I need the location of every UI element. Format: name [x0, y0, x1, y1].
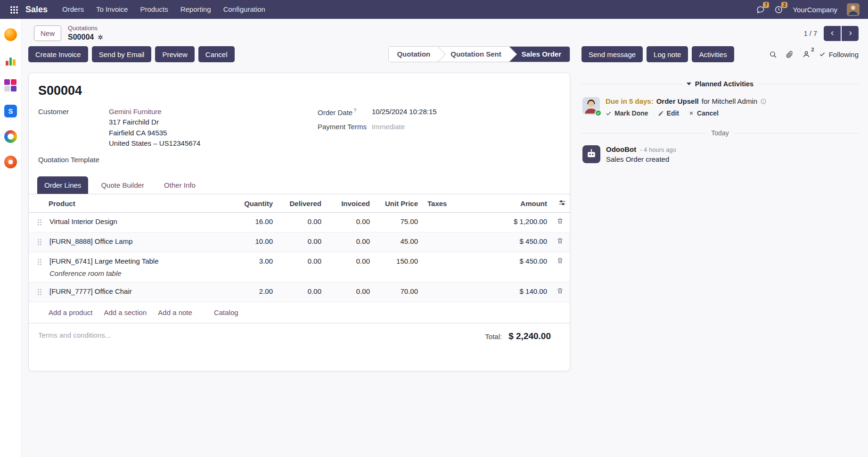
drag-handle[interactable] [37, 239, 42, 246]
delete-line-button[interactable] [557, 217, 564, 224]
menu-orders[interactable]: Orders [56, 0, 90, 19]
trash-icon [557, 257, 564, 264]
log-note-button[interactable]: Log note [647, 46, 688, 62]
send-message-button[interactable]: Send message [581, 46, 643, 62]
unit-price-cell[interactable]: 75.00 [373, 212, 421, 232]
record-settings-gear-icon[interactable] [97, 34, 104, 41]
analytics-app-icon[interactable] [4, 54, 17, 66]
tab-quote-builder[interactable]: Quote Builder [94, 176, 151, 194]
taxes-cell[interactable] [421, 252, 492, 282]
cancel-order-button[interactable]: Cancel [198, 46, 235, 62]
quantity-cell[interactable]: 2.00 [229, 282, 276, 302]
apps-menu-button[interactable] [7, 0, 21, 19]
company-menu[interactable]: YourCompany [793, 6, 837, 14]
invoiced-cell[interactable]: 0.00 [324, 282, 373, 302]
menu-products[interactable]: Products [134, 0, 174, 19]
taxes-cell[interactable] [421, 282, 492, 302]
quantity-cell[interactable]: 3.00 [229, 252, 276, 282]
column-header-delivered[interactable]: Delivered [276, 194, 324, 213]
trash-icon [557, 217, 564, 224]
breadcrumb-quotations-link[interactable]: Quotations [68, 25, 104, 32]
product-cell[interactable]: [FURN_8888] Office Lamp [49, 237, 132, 245]
unit-price-cell[interactable]: 70.00 [373, 282, 421, 302]
status-step-quotation-sent[interactable]: Quotation Sent [438, 47, 509, 62]
unit-price-cell[interactable]: 45.00 [373, 232, 421, 252]
send-by-email-button[interactable]: Send by Email [92, 46, 152, 62]
menu-to-invoice[interactable]: To Invoice [90, 0, 134, 19]
invoiced-cell[interactable]: 0.00 [324, 232, 373, 252]
product-cell[interactable]: [FURN_6741] Large Meeting Table [49, 257, 159, 265]
column-header-amount[interactable]: Amount [492, 194, 550, 213]
user-avatar[interactable] [847, 3, 860, 16]
media-player-app-icon[interactable] [4, 156, 17, 168]
mark-done-button[interactable]: Mark Done [606, 109, 648, 117]
column-header-invoiced[interactable]: Invoiced [324, 194, 373, 213]
color-wheel-app-icon[interactable] [4, 130, 17, 143]
tab-other-info[interactable]: Other Info [157, 176, 203, 194]
drag-handle[interactable] [37, 258, 42, 266]
planned-activities-header[interactable]: Planned Activities [581, 80, 859, 88]
taxes-cell[interactable] [421, 232, 492, 252]
pager-previous-button[interactable] [824, 26, 841, 41]
status-step-quotation[interactable]: Quotation [389, 47, 438, 62]
delivered-cell[interactable]: 0.00 [276, 212, 324, 232]
message-author[interactable]: OdooBot [606, 145, 636, 153]
catalog-link[interactable]: Catalog [214, 308, 238, 316]
order-line-row: [FURN_7777] Office Chair 2.00 0.00 0.00 … [29, 282, 570, 302]
new-button[interactable]: New [34, 25, 61, 41]
column-header-unit-price[interactable]: Unit Price [373, 194, 421, 213]
order-lines-table: Product Quantity Delivered Invoiced Unit… [29, 194, 570, 302]
pager-next-button[interactable] [842, 26, 859, 41]
invoiced-cell[interactable]: 0.00 [324, 212, 373, 232]
delete-line-button[interactable] [557, 287, 564, 294]
product-note[interactable]: Conference room table [49, 269, 226, 277]
column-header-quantity[interactable]: Quantity [229, 194, 276, 213]
quantity-cell[interactable]: 10.00 [229, 232, 276, 252]
followers-button[interactable]: 2 [802, 50, 811, 58]
delivered-cell[interactable]: 0.00 [276, 282, 324, 302]
unit-price-cell[interactable]: 150.00 [373, 252, 421, 282]
column-header-product[interactable]: Product [47, 194, 229, 213]
taxes-cell[interactable] [421, 212, 492, 232]
following-toggle-button[interactable]: Following [819, 50, 859, 58]
terms-and-conditions-input[interactable]: Terms and conditions... [38, 331, 111, 339]
delivered-cell[interactable]: 0.00 [276, 252, 324, 282]
customer-value-link[interactable]: Gemini Furniture [109, 108, 162, 116]
attachments-button[interactable] [786, 50, 794, 58]
product-cell[interactable]: [FURN_7777] Office Chair [49, 287, 132, 295]
drag-handle[interactable] [37, 289, 42, 296]
drag-handle[interactable] [37, 219, 42, 226]
invoiced-cell[interactable]: 0.00 [324, 252, 373, 282]
messages-button[interactable]: 7 [756, 0, 765, 19]
quantity-cell[interactable]: 16.00 [229, 212, 276, 232]
optional-columns-button[interactable] [558, 199, 566, 207]
payment-terms-field[interactable]: Immediate [372, 123, 405, 131]
menu-configuration[interactable]: Configuration [217, 0, 271, 19]
delivered-cell[interactable]: 0.00 [276, 232, 324, 252]
create-invoice-button[interactable]: Create Invoice [28, 46, 88, 62]
list-footer-links: Add a product Add a section Add a note C… [29, 302, 570, 324]
add-a-note-link[interactable]: Add a note [158, 308, 192, 316]
add-a-section-link[interactable]: Add a section [104, 308, 147, 316]
chevron-left-icon [829, 30, 835, 36]
product-cell[interactable]: Virtual Interior Design [49, 217, 117, 225]
gallery-app-icon[interactable] [4, 79, 17, 92]
cancel-activity-button[interactable]: Cancel [688, 109, 719, 117]
status-step-sales-order[interactable]: Sales Order [509, 47, 570, 62]
order-date-field[interactable]: 10/25/2024 10:28:15 [372, 108, 437, 116]
column-header-taxes[interactable]: Taxes [421, 194, 492, 213]
activities-schedule-button[interactable]: Activities [692, 46, 734, 62]
app-brand-sales[interactable]: Sales [25, 5, 48, 15]
menu-reporting[interactable]: Reporting [174, 0, 217, 19]
preview-button[interactable]: Preview [155, 46, 194, 62]
info-icon[interactable] [760, 98, 767, 105]
search-message-button[interactable] [769, 50, 777, 58]
edit-activity-button[interactable]: Edit [658, 109, 679, 117]
blue-app-icon[interactable]: S [4, 105, 17, 117]
delete-line-button[interactable] [557, 237, 564, 244]
tab-order-lines[interactable]: Order Lines [37, 176, 88, 194]
browser-app-icon[interactable] [4, 28, 17, 41]
activities-button[interactable]: 2 [774, 0, 783, 19]
add-a-product-link[interactable]: Add a product [49, 308, 92, 316]
delete-line-button[interactable] [557, 257, 564, 264]
